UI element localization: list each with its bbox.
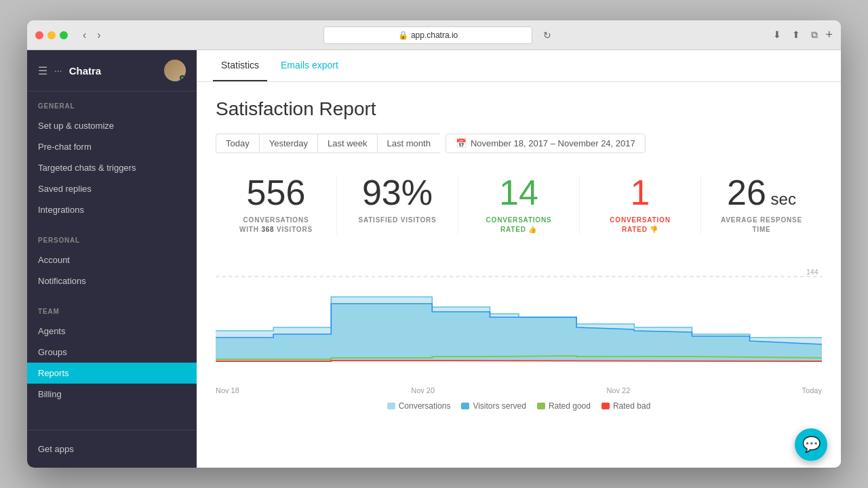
date-filters: Today Yesterday Last week Last month 📅 N… xyxy=(216,134,822,153)
sidebar-section-label: GENERAL xyxy=(27,102,197,115)
lock-icon: 🔒 xyxy=(398,30,408,40)
legend-label-visitors-served: Visitors served xyxy=(473,401,526,411)
sidebar-section-label: TEAM xyxy=(27,308,197,321)
chart-legend: ConversationsVisitors servedRated goodRa… xyxy=(216,401,822,411)
page-title: Satisfaction Report xyxy=(216,98,822,120)
share-icon[interactable]: ⬆ xyxy=(789,28,803,42)
tab-emails-export[interactable]: Emails export xyxy=(273,50,347,81)
stat-satisfied: 93%SATISFIED VISITORS xyxy=(337,175,458,235)
sidebar-item-triggers[interactable]: Targeted chats & triggers xyxy=(27,157,197,178)
sidebar-item-integrations[interactable]: Integrations xyxy=(27,199,197,220)
stat-label-conversations: CONVERSATIONSWITH 368 VISITORS xyxy=(226,216,326,235)
stat-rated-bad: 1CONVERSATIONRATED 👎 xyxy=(580,175,701,235)
hamburger-icon[interactable]: ☰ xyxy=(38,64,47,77)
stat-number-satisfied: 93% xyxy=(348,175,447,210)
svg-text:144: 144 xyxy=(806,268,818,276)
stat-label-response-time: AVERAGE RESPONSETIME xyxy=(712,216,811,235)
chart-container: 144 xyxy=(216,256,822,378)
url-text: app.chatra.io xyxy=(411,30,458,40)
chart-x-labels: Nov 18Nov 20Nov 22Today xyxy=(216,384,822,397)
app-body: ☰ ··· Chatra GENERALSet up & customizePr… xyxy=(27,50,841,468)
sidebar-section-general: GENERALSet up & customizePre-chat formTa… xyxy=(27,92,197,226)
filter-last-month[interactable]: Last month xyxy=(377,134,440,153)
legend-dot-visitors-served xyxy=(461,403,469,409)
sidebar-item-reports[interactable]: Reports xyxy=(27,363,197,384)
filter-last-week[interactable]: Last week xyxy=(317,134,377,153)
sidebar-section-personal: PERSONALAccountNotifications xyxy=(27,226,197,297)
maximize-button[interactable] xyxy=(60,31,68,39)
sidebar-item-groups[interactable]: Groups xyxy=(27,342,197,363)
legend-item-rated-bad: Rated bad xyxy=(601,401,650,411)
reload-button[interactable]: ↻ xyxy=(543,30,551,41)
duplicate-icon[interactable]: ⧉ xyxy=(808,28,821,42)
close-button[interactable] xyxy=(35,31,43,39)
sidebar-sections: GENERALSet up & customizePre-chat formTa… xyxy=(27,92,197,410)
menu-dots-icon: ··· xyxy=(54,65,62,76)
online-indicator xyxy=(180,75,185,81)
avatar[interactable] xyxy=(164,60,186,81)
legend-dot-rated-bad xyxy=(601,403,610,409)
sidebar-item-replies[interactable]: Saved replies xyxy=(27,178,197,199)
stats-row: 556CONVERSATIONSWITH 368 VISITORS93%SATI… xyxy=(216,175,822,235)
date-range-text: November 18, 2017 – November 24, 2017 xyxy=(471,138,635,148)
legend-label-rated-bad: Rated bad xyxy=(613,401,650,411)
sidebar-section-label: PERSONAL xyxy=(27,237,197,249)
chat-fab-button[interactable]: 💬 xyxy=(795,428,827,461)
chart-x-label: Nov 22 xyxy=(606,386,630,394)
brand-name: Chatra xyxy=(69,65,102,77)
nav-buttons: ‹ › xyxy=(79,28,105,43)
stat-number-conversations: 556 xyxy=(226,175,326,210)
filter-today[interactable]: Today xyxy=(216,134,259,153)
sidebar: ☰ ··· Chatra GENERALSet up & customizePr… xyxy=(27,50,197,468)
sidebar-item-get-apps[interactable]: Get apps xyxy=(27,439,197,460)
url-bar[interactable]: 🔒 app.chatra.io xyxy=(323,26,532,44)
legend-dot-rated-good xyxy=(537,403,545,409)
main-content: Statistics Emails export Satisfaction Re… xyxy=(197,50,841,468)
legend-dot-conversations xyxy=(387,403,395,409)
sidebar-item-agents[interactable]: Agents xyxy=(27,321,197,342)
sidebar-item-prechat[interactable]: Pre-chat form xyxy=(27,136,197,157)
download-icon[interactable]: ⬇ xyxy=(770,28,784,42)
stat-rated-good: 14CONVERSATIONSRATED 👍 xyxy=(458,175,580,235)
stat-label-satisfied: SATISFIED VISITORS xyxy=(348,216,447,225)
tabs-bar: Statistics Emails export xyxy=(197,50,841,82)
sidebar-item-account[interactable]: Account xyxy=(27,249,197,270)
new-tab-button[interactable]: + xyxy=(826,28,833,42)
stat-label-rated-bad: CONVERSATIONRATED 👎 xyxy=(591,216,690,235)
legend-label-conversations: Conversations xyxy=(399,401,451,411)
content-area: Satisfaction Report Today Yesterday Last… xyxy=(197,82,841,468)
chart-x-label: Nov 18 xyxy=(216,386,239,394)
sidebar-item-label: Get apps xyxy=(38,444,74,454)
traffic-lights xyxy=(35,31,68,39)
stat-number-rated-bad: 1 xyxy=(591,175,690,210)
chart-x-label: Today xyxy=(802,386,822,394)
sidebar-item-billing[interactable]: Billing xyxy=(27,384,197,405)
chat-fab-icon: 💬 xyxy=(802,436,821,453)
stat-label-rated-good: CONVERSATIONSRATED 👍 xyxy=(469,216,568,235)
chart-x-label: Nov 20 xyxy=(411,386,435,394)
tab-statistics[interactable]: Statistics xyxy=(213,50,267,81)
sidebar-section-team: TEAMAgentsGroupsReportsBilling xyxy=(27,297,197,410)
stat-conversations: 556CONVERSATIONSWITH 368 VISITORS xyxy=(216,175,337,235)
calendar-icon: 📅 xyxy=(456,138,467,148)
filter-yesterday[interactable]: Yesterday xyxy=(259,134,317,153)
sidebar-header: ☰ ··· Chatra xyxy=(27,50,197,92)
stat-number-rated-good: 14 xyxy=(469,175,568,210)
forward-button[interactable]: › xyxy=(93,28,104,43)
back-button[interactable]: ‹ xyxy=(79,28,90,43)
stat-response-time: 26 secAVERAGE RESPONSETIME xyxy=(701,175,822,235)
chart-rated-bad-line xyxy=(216,361,822,361)
date-range-button[interactable]: 📅 November 18, 2017 – November 24, 2017 xyxy=(446,134,646,153)
legend-item-visitors-served: Visitors served xyxy=(461,401,526,411)
chart-svg: 144 xyxy=(216,256,822,378)
legend-item-rated-good: Rated good xyxy=(537,401,591,411)
sidebar-bottom: Get apps xyxy=(27,430,197,468)
legend-item-conversations: Conversations xyxy=(387,401,451,411)
stat-number-response-time: 26 sec xyxy=(712,175,811,210)
sidebar-item-notifications[interactable]: Notifications xyxy=(27,270,197,291)
sidebar-item-setup[interactable]: Set up & customize xyxy=(27,115,197,136)
browser-toolbar: ‹ › 🔒 app.chatra.io ↻ ⬇ ⬆ ⧉ + xyxy=(27,20,841,50)
legend-label-rated-good: Rated good xyxy=(549,401,591,411)
toolbar-actions: ⬇ ⬆ ⧉ xyxy=(770,28,821,42)
minimize-button[interactable] xyxy=(47,31,56,39)
